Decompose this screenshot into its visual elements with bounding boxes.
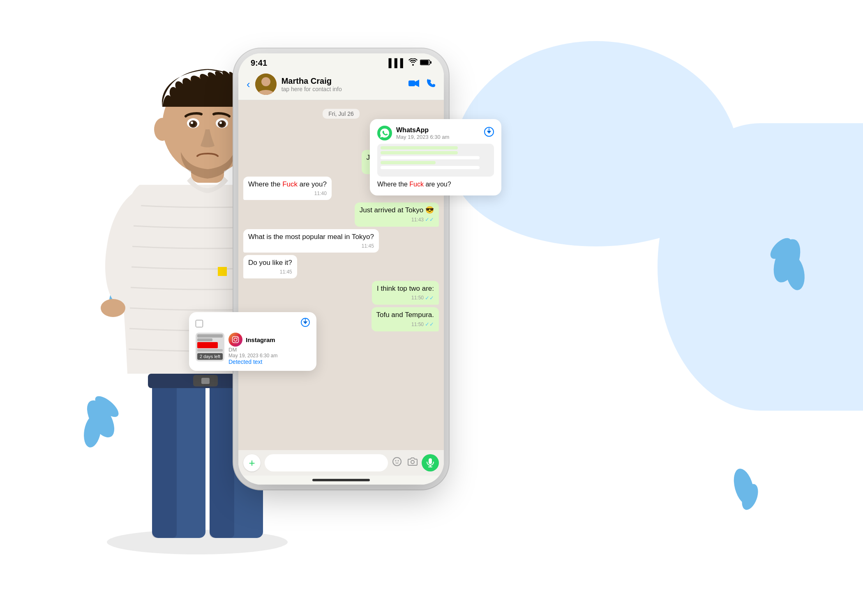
svg-point-51: [237, 337, 238, 338]
days-badge: 2 days left: [197, 353, 223, 360]
msg-time-8: 11:50 ✓✓: [411, 321, 434, 328]
mic-button[interactable]: [422, 454, 439, 471]
instagram-meta: Instagram DM May 19, 2023 6:30 am Detect…: [228, 333, 310, 365]
message-7: I think top two are: 11:50 ✓✓: [372, 281, 439, 305]
leaf-right-middle: [760, 226, 814, 296]
whatsapp-notif-meta: WhatsApp May 19, 2023 6:30 am: [396, 126, 449, 140]
chat-input-bar: +: [238, 450, 444, 476]
leaf-bottom-right: [723, 460, 764, 513]
video-call-icon[interactable]: [408, 78, 419, 90]
msg-time-5: 11:45: [362, 243, 374, 249]
svg-point-50: [234, 338, 237, 341]
header-call-icons: [408, 78, 436, 90]
svg-rect-38: [408, 80, 415, 86]
battery-icon: [420, 58, 432, 68]
input-action-icons: [392, 457, 418, 469]
chat-header[interactable]: ‹ Martha Craig tap here for contact info: [238, 70, 444, 100]
msg-text-8: Tofu and Tempura.: [376, 310, 434, 320]
phone-mockup: 9:41 ▌▌▌ ‹ Martha: [238, 53, 444, 485]
thumb-red-bar: [197, 342, 218, 348]
instagram-app-name: Instagram: [246, 336, 275, 343]
thumb-bottom-1: [197, 349, 223, 352]
add-attachment-button[interactable]: +: [243, 454, 261, 471]
preview-line-1: [381, 146, 458, 149]
tick-8: ✓✓: [425, 321, 434, 328]
sticker-icon[interactable]: [392, 457, 402, 469]
wifi-icon: [408, 58, 418, 68]
home-bar: [312, 479, 370, 481]
profanity-word: Fuck: [282, 180, 298, 188]
date-label: Fri, Jul 26: [323, 109, 359, 119]
scene: 9:41 ▌▌▌ ‹ Martha: [0, 0, 863, 616]
home-indicator-bar: [238, 476, 444, 485]
tick-7: ✓✓: [425, 294, 434, 302]
msg-text-5: What is the most popular meal in Tokyo?: [248, 232, 374, 242]
svg-rect-17: [201, 378, 210, 384]
back-button[interactable]: ‹: [247, 78, 250, 91]
svg-rect-34: [420, 60, 429, 64]
thumb-line-1: [197, 334, 223, 338]
svg-rect-44: [429, 458, 432, 464]
svg-rect-13: [152, 382, 177, 538]
svg-point-43: [411, 460, 414, 464]
instagram-notif-content: 2 days left Instagram DM May 19, 2023 6:…: [196, 333, 310, 365]
contact-info: Martha Craig tap here for contact info: [282, 76, 404, 92]
whatsapp-notification-card[interactable]: WhatsApp May 19, 2023 6:30 am Where the …: [370, 119, 501, 195]
instagram-dm-label: DM: [228, 347, 310, 353]
signal-icon: ▌▌▌: [388, 58, 406, 68]
contact-subtitle: tap here for contact info: [282, 86, 404, 92]
message-5: What is the most popular meal in Tokyo? …: [243, 229, 379, 253]
message-8: Tofu and Tempura. 11:50 ✓✓: [372, 307, 439, 331]
whatsapp-download-icon[interactable]: [484, 127, 494, 139]
msg-time-7: 11:50 ✓✓: [411, 294, 434, 302]
svg-point-40: [393, 457, 401, 466]
preview-line-3: [381, 156, 480, 159]
instagram-notif-header: [196, 320, 203, 327]
msg-time-3: 11:40: [314, 190, 327, 197]
contact-name: Martha Craig: [282, 76, 404, 86]
svg-rect-14: [210, 382, 234, 538]
preview-line-4: [381, 161, 436, 164]
status-time: 9:41: [251, 58, 267, 68]
instagram-meta-header: Instagram: [228, 333, 310, 347]
thumb-line-2: [197, 338, 212, 342]
yellow-accent: [218, 267, 227, 276]
instagram-notification-card[interactable]: 2 days left Instagram DM May 19, 2023 6:…: [189, 312, 316, 371]
message-3: Where the Fuck are you? 11:40: [243, 177, 332, 200]
whatsapp-app-name: WhatsApp: [396, 126, 449, 134]
whatsapp-notif-date: May 19, 2023 6:30 am: [396, 134, 449, 140]
svg-point-42: [398, 460, 399, 462]
instagram-checkbox[interactable]: [196, 320, 203, 327]
svg-point-41: [395, 460, 397, 462]
preview-line-2: [381, 151, 458, 154]
svg-point-26: [191, 122, 193, 124]
svg-marker-39: [415, 80, 419, 87]
instagram-date: May 19, 2023 6:30 am: [228, 353, 310, 359]
notif-profanity: Fuck: [409, 181, 424, 188]
whatsapp-notif-header: WhatsApp May 19, 2023 6:30 am: [377, 126, 494, 140]
svg-point-30: [219, 122, 222, 124]
camera-icon[interactable]: [408, 457, 418, 469]
whatsapp-preview-thumbnail: [377, 144, 494, 177]
detected-text-link[interactable]: Detected text: [228, 359, 310, 365]
phone-call-icon[interactable]: [427, 78, 436, 90]
msg-time-6: 11:45: [280, 269, 292, 275]
instagram-download-icon[interactable]: [301, 318, 310, 329]
msg-text-4: Just arrived at Tokyo 😎: [360, 206, 434, 215]
msg-text-7: I think top two are:: [377, 284, 434, 294]
whatsapp-notif-text: Where the Fuck are you?: [377, 180, 494, 189]
status-icons: ▌▌▌: [388, 58, 432, 68]
instagram-notif-top: [196, 318, 310, 329]
msg-text-3: Where the Fuck are you?: [248, 180, 327, 189]
message-4: Just arrived at Tokyo 😎 11:43 ✓✓: [355, 202, 439, 226]
preview-line-5: [381, 166, 480, 169]
svg-point-31: [154, 118, 171, 141]
instagram-icon: [228, 333, 242, 347]
message-input[interactable]: [265, 454, 388, 471]
status-bar: 9:41 ▌▌▌: [238, 53, 444, 70]
contact-avatar: [255, 74, 277, 95]
instagram-preview-thumb: 2 days left: [196, 333, 224, 361]
message-6: Do you like it? 11:45: [243, 255, 297, 278]
msg-text-6: Do you like it?: [248, 258, 292, 268]
whatsapp-icon: [377, 126, 392, 140]
